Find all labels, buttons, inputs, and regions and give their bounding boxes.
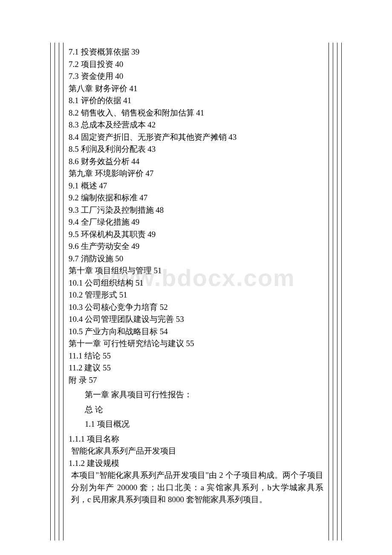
toc-entry: 7.3 资金使用 40 xyxy=(69,70,323,83)
toc-entry: 7.2 项目投资 40 xyxy=(69,58,323,71)
page-border-outer: 7.1 投资概算依据 39 7.2 项目投资 40 7.3 资金使用 40 第八… xyxy=(50,43,342,541)
toc-entry: 8.6 财务效益分析 44 xyxy=(69,156,323,168)
toc-entry: 9.1 概述 47 xyxy=(69,180,323,192)
toc-entry: 第十一章 可行性研究结论与建议 55 xyxy=(69,338,323,350)
toc-block: 7.1 投资概算依据 39 7.2 项目投资 40 7.3 资金使用 40 第八… xyxy=(69,46,323,386)
toc-entry: 10.1 公司组织结构 51 xyxy=(69,277,323,289)
general-heading: 总 论 xyxy=(69,404,323,416)
toc-entry: 附 录 57 xyxy=(69,374,323,387)
toc-entry: 11.1 结论 55 xyxy=(69,350,323,362)
toc-entry: 8.4 固定资产折旧、无形资产和其他资产摊销 43 xyxy=(69,131,323,144)
body-paragraph: 本项目"智能化家具系列产品开发项目"由 2 个子项目构成。两个子项目分别为年产 … xyxy=(69,469,323,506)
subsection-heading: 1.1.1 项目名称 xyxy=(69,433,323,445)
chapter-heading: 第一章 家具项目可行性报告： xyxy=(69,389,323,401)
toc-entry: 10.5 产业方向和战略目标 54 xyxy=(69,326,323,338)
toc-entry: 8.5 利润及利润分配表 43 xyxy=(69,143,323,156)
page-border-3: 7.1 投资概算依据 39 7.2 项目投资 40 7.3 资金使用 40 第八… xyxy=(59,43,333,541)
subsection-heading: 1.1.2 建设规模 xyxy=(69,457,323,470)
toc-entry: 第八章 财务评价 41 xyxy=(69,83,323,95)
body-block: 1.1.1 项目名称 智能化家具系列产品开发项目 1.1.2 建设规模 本项目"… xyxy=(69,433,323,506)
toc-entry: 9.2 编制依据和标准 47 xyxy=(69,192,323,204)
overview-heading: 1.1 项目概况 xyxy=(69,418,323,431)
toc-entry: 11.2 建议 55 xyxy=(69,362,323,374)
toc-entry: 10.2 管理形式 51 xyxy=(69,289,323,301)
toc-entry: 9.4 全厂绿化措施 49 xyxy=(69,216,323,228)
toc-entry: 10.3 公司核心竞争力培育 52 xyxy=(69,301,323,314)
toc-entry: 第十章 项目组织与管理 51 xyxy=(69,265,323,277)
page-border-inner: 7.1 投资概算依据 39 7.2 项目投资 40 7.3 资金使用 40 第八… xyxy=(63,43,329,541)
toc-entry: 9.6 生产劳动安全 49 xyxy=(69,240,323,253)
toc-entry: 9.7 消防设施 50 xyxy=(69,253,323,265)
toc-entry: 第九章 环境影响评价 47 xyxy=(69,168,323,180)
toc-entry: 8.2 销售收入、销售税金和附加估算 41 xyxy=(69,107,323,119)
toc-entry: 8.3 总成本及经营成本 42 xyxy=(69,119,323,131)
toc-entry: 9.5 环保机构及其职责 49 xyxy=(69,228,323,241)
toc-entry: 10.4 公司管理团队建设与完善 53 xyxy=(69,313,323,326)
toc-entry: 8.1 评价的依据 41 xyxy=(69,95,323,107)
toc-entry: 7.1 投资概算依据 39 xyxy=(69,46,323,58)
body-paragraph: 智能化家具系列产品开发项目 xyxy=(69,445,323,457)
toc-entry: 9.3 工厂污染及控制措施 48 xyxy=(69,204,323,217)
document-content: 7.1 投资概算依据 39 7.2 项目投资 40 7.3 资金使用 40 第八… xyxy=(69,46,323,537)
page-border-2: 7.1 投资概算依据 39 7.2 项目投资 40 7.3 资金使用 40 第八… xyxy=(55,43,337,541)
